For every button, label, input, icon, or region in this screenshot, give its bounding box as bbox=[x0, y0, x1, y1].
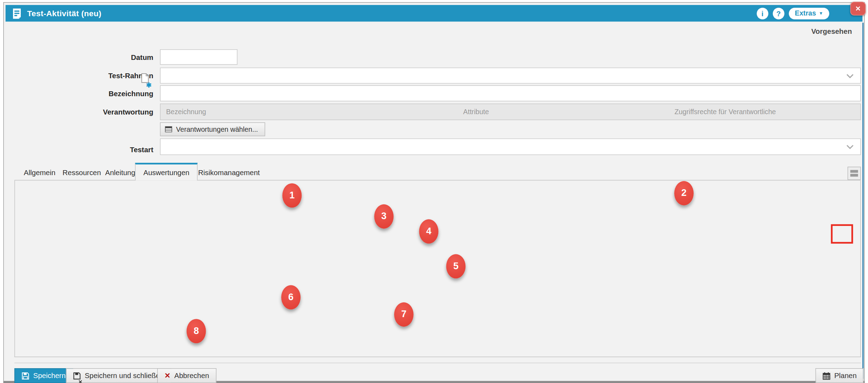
verantwortung-label: Verantwortung bbox=[4, 108, 153, 116]
annotation-badge-5: 5 bbox=[446, 254, 466, 278]
info-button[interactable]: i bbox=[757, 7, 768, 19]
column-header-zugriffsrechte: Zugriffsrechte für Verantwortliche bbox=[642, 108, 808, 116]
chevron-down-icon[interactable] bbox=[847, 143, 854, 151]
cancel-button[interactable]: ✕ Abbrechen bbox=[157, 368, 216, 383]
save-label: Speichern bbox=[33, 371, 66, 380]
document-icon bbox=[12, 8, 22, 19]
column-header-attribute: Attribute bbox=[448, 108, 504, 116]
dialog-frame: Test-Aktivität (neu) i ? Extras ▼ ✕ Vorg… bbox=[3, 2, 864, 383]
help-button[interactable]: ? bbox=[773, 7, 784, 19]
save-icon bbox=[21, 372, 29, 379]
extras-button[interactable]: Extras ▼ bbox=[789, 7, 829, 19]
title-bar: Test-Aktivität (neu) i ? Extras ▼ bbox=[6, 5, 863, 21]
table-list-icon bbox=[165, 126, 172, 132]
info-icon: i bbox=[762, 9, 764, 18]
verantwortungen-waehlen-button[interactable]: Verantwortungen wählen... bbox=[160, 122, 265, 136]
cancel-label: Abbrechen bbox=[174, 371, 209, 380]
extras-label: Extras bbox=[795, 10, 816, 17]
layout-toggle-button[interactable] bbox=[848, 167, 861, 180]
verantwortung-header-row: Bezeichnung Attribute Zugriffsrechte für… bbox=[160, 104, 861, 120]
annotation-badge-6: 6 bbox=[281, 285, 300, 309]
close-button[interactable]: ✕ bbox=[850, 2, 866, 16]
plan-button[interactable]: Planen bbox=[816, 368, 864, 383]
datum-input[interactable] bbox=[160, 49, 237, 65]
annotation-badge-2: 2 bbox=[674, 181, 694, 205]
dialog-title: Test-Aktivität (neu) bbox=[27, 9, 101, 18]
plan-label: Planen bbox=[834, 371, 857, 380]
annotation-badge-8: 8 bbox=[187, 319, 206, 343]
test-rahmen-field[interactable]: ✱ bbox=[160, 68, 861, 84]
chevron-down-icon[interactable] bbox=[847, 72, 854, 80]
save-close-icon: ✕ bbox=[73, 372, 81, 379]
status-badge: Vorgesehen bbox=[811, 27, 852, 36]
save-close-label: Speichern und schließen bbox=[85, 371, 164, 380]
new-document-icon[interactable]: ✱ bbox=[141, 73, 149, 83]
titlebar-actions: i ? Extras ▼ bbox=[757, 7, 856, 19]
verantwortungen-waehlen-label: Verantwortungen wählen... bbox=[176, 125, 258, 133]
bezeichnung-input[interactable] bbox=[160, 85, 861, 101]
close-icon: ✕ bbox=[855, 5, 861, 12]
bars-icon bbox=[850, 170, 858, 173]
annotation-badge-4: 4 bbox=[419, 219, 439, 243]
footer-divider bbox=[14, 363, 861, 363]
auswertungen-panel bbox=[14, 180, 861, 357]
calendar-icon bbox=[823, 372, 830, 379]
app-window: Test-Aktivität (neu) i ? Extras ▼ ✕ Vorg… bbox=[0, 0, 868, 383]
save-button[interactable]: Speichern bbox=[14, 368, 73, 383]
save-and-close-button[interactable]: ✕ Speichern und schließen bbox=[66, 368, 171, 383]
cancel-icon: ✕ bbox=[165, 371, 170, 380]
right-border-accent bbox=[862, 23, 863, 378]
bezeichnung-label: Bezeichnung bbox=[4, 90, 153, 98]
datum-label: Datum bbox=[4, 53, 153, 62]
annotation-badge-3: 3 bbox=[374, 204, 393, 229]
column-header-bezeichnung: Bezeichnung bbox=[166, 108, 206, 116]
help-icon: ? bbox=[776, 9, 781, 18]
tab-risikomanagement[interactable]: Risikomanagement bbox=[191, 164, 268, 180]
test-rahmen-label: Test-Rahmen bbox=[4, 72, 153, 80]
chevron-down-icon: ▼ bbox=[819, 11, 823, 16]
annotation-badge-7: 7 bbox=[394, 302, 414, 327]
testart-select[interactable] bbox=[160, 138, 861, 155]
annotation-badge-1: 1 bbox=[282, 183, 302, 208]
annotation-highlight-box bbox=[831, 224, 853, 243]
tab-auswertungen[interactable]: Auswertungen bbox=[135, 163, 198, 180]
testart-label: Testart bbox=[4, 146, 153, 154]
